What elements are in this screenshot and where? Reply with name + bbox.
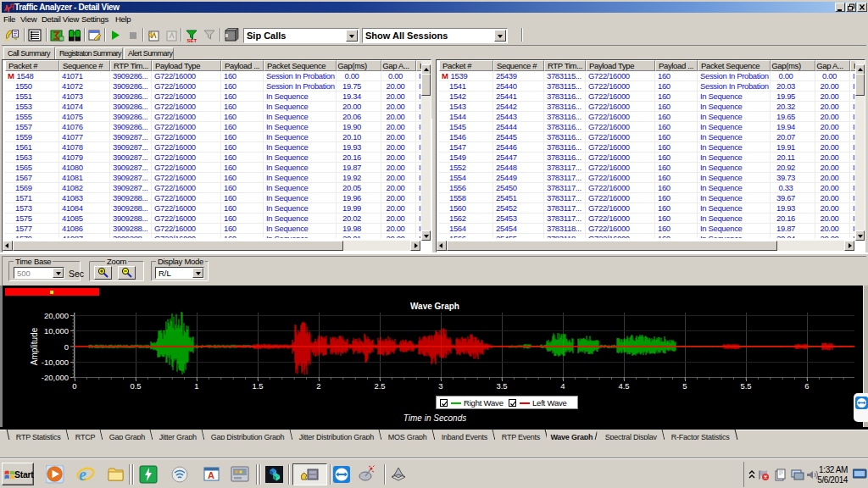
svg-text:Amplitude: Amplitude [30, 327, 39, 365]
svg-text:-10,000: -10,000 [42, 358, 69, 367]
svg-text:2.5: 2.5 [374, 381, 385, 391]
svg-text:0.5: 0.5 [130, 381, 141, 391]
svg-text:3.5: 3.5 [496, 381, 507, 391]
svg-text:5.5: 5.5 [740, 381, 751, 391]
svg-text:1.5: 1.5 [252, 381, 263, 391]
svg-text:Time in Seconds: Time in Seconds [403, 413, 466, 423]
svg-text:2: 2 [316, 381, 320, 391]
svg-text:5: 5 [682, 381, 687, 391]
svg-text:Wave Graph: Wave Graph [410, 302, 459, 311]
svg-text:0: 0 [64, 342, 69, 352]
svg-text:6: 6 [804, 381, 809, 391]
svg-text:SET: SET [187, 38, 198, 43]
svg-text:20,000: 20,000 [44, 311, 69, 320]
svg-text:4.5: 4.5 [618, 381, 629, 391]
svg-text:1: 1 [194, 381, 198, 391]
svg-text:4: 4 [560, 381, 565, 391]
svg-text:0: 0 [72, 381, 76, 391]
svg-text:e: e [79, 465, 86, 484]
svg-text:3: 3 [438, 381, 442, 391]
svg-text:A: A [208, 470, 214, 480]
svg-text:10,000: 10,000 [44, 326, 69, 336]
svg-text:-20,000: -20,000 [42, 373, 69, 382]
